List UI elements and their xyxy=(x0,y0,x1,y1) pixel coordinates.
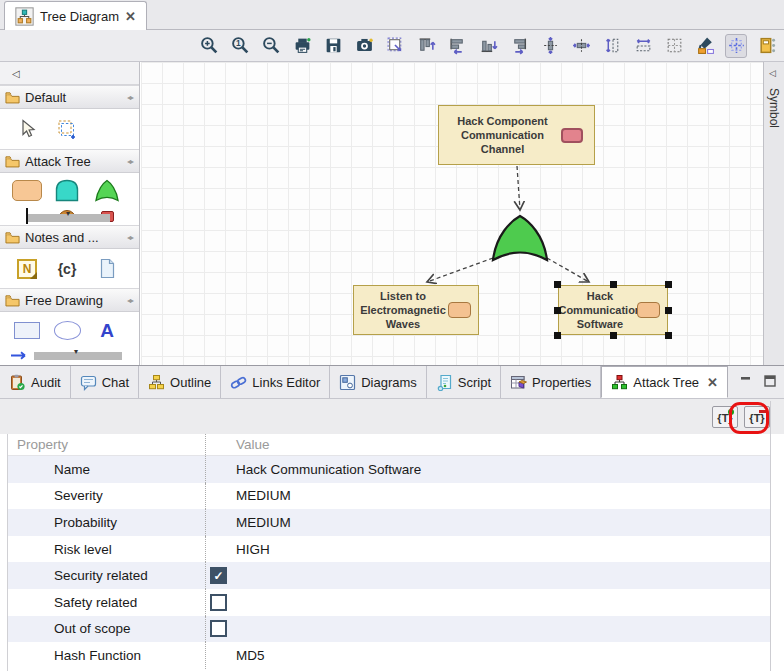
edge-gate-left[interactable] xyxy=(427,258,493,282)
document-icon xyxy=(98,258,116,279)
palette-section-free-drawing[interactable]: Free Drawing ◂▸ xyxy=(0,288,139,312)
layout-grid-button[interactable] xyxy=(663,34,685,58)
edge-gate-right[interactable] xyxy=(547,258,589,282)
align-bottom-icon xyxy=(479,36,498,55)
distribute-vertical-button[interactable] xyxy=(539,34,561,58)
selection-handle[interactable] xyxy=(665,307,672,314)
palette-scrollbar[interactable] xyxy=(34,352,122,360)
zoom-in-button[interactable] xyxy=(198,34,220,58)
property-cell: Risk level xyxy=(8,536,206,563)
tab-outline[interactable]: Outline xyxy=(139,366,221,398)
distribute-horizontal-button[interactable] xyxy=(570,34,592,58)
palette-collapse-button[interactable]: ◁ xyxy=(12,68,20,79)
tab-properties[interactable]: Properties xyxy=(501,366,601,398)
symbol-collapse-icon[interactable]: ◁ xyxy=(769,68,776,78)
tab-attack-tree[interactable]: Attack Tree ✕ xyxy=(601,366,728,398)
table-row[interactable]: Safety related xyxy=(8,589,770,616)
snap-to-grid-button[interactable] xyxy=(725,34,747,58)
attack-node-tool[interactable] xyxy=(12,180,42,201)
table-row[interactable]: Hash Function MD5 xyxy=(8,642,770,669)
table-row[interactable]: Severity MEDIUM xyxy=(8,483,770,510)
table-row[interactable]: Risk level HIGH xyxy=(8,536,770,563)
match-width-button[interactable] xyxy=(632,34,654,58)
edge-root-gate[interactable] xyxy=(517,166,520,210)
align-top-button[interactable] xyxy=(415,34,437,58)
diagram-canvas[interactable]: Hack Component Communication Channel Lis… xyxy=(141,62,763,365)
add-custom-tag-button[interactable]: {T} xyxy=(712,406,738,428)
note-tool[interactable]: N xyxy=(12,259,42,279)
safety-related-checkbox[interactable] xyxy=(210,594,227,611)
security-related-checkbox[interactable] xyxy=(210,567,227,584)
document-tool[interactable] xyxy=(92,258,122,279)
tab-diagrams[interactable]: Diagrams xyxy=(330,366,427,398)
tab-links-editor[interactable]: Links Editor xyxy=(221,366,330,398)
selection-handle[interactable] xyxy=(610,332,617,339)
palette-section-default[interactable]: Default ◂▸ xyxy=(0,85,139,109)
align-bottom-button[interactable] xyxy=(477,34,499,58)
ellipse-tool[interactable] xyxy=(52,321,82,340)
ellipse-icon xyxy=(54,321,81,340)
text-tool-icon: A xyxy=(100,321,114,340)
print-button[interactable] xyxy=(291,34,313,58)
table-row[interactable]: Name Hack Communication Software xyxy=(8,456,770,483)
node-hack-communication-software[interactable]: Hack Communication Software xyxy=(558,285,668,335)
tab-script[interactable]: Script xyxy=(427,366,501,398)
pin-icon[interactable]: ◂▸ xyxy=(127,296,133,305)
value-cell[interactable]: Hack Communication Software xyxy=(206,462,770,477)
tab-audit[interactable]: Audit xyxy=(0,366,71,398)
remove-custom-tag-button[interactable]: {T} xyxy=(744,406,770,428)
fit-selection-button[interactable] xyxy=(384,34,406,58)
connection-tool-icon[interactable] xyxy=(10,351,30,360)
node-hack-component-communication-channel[interactable]: Hack Component Communication Channel xyxy=(438,105,595,165)
tab-tree-diagram[interactable]: Tree Diagram ✕ xyxy=(4,1,147,30)
select-tool[interactable] xyxy=(12,119,42,140)
value-cell[interactable]: MEDIUM xyxy=(206,515,770,530)
table-header-row: Property Value xyxy=(8,434,770,456)
selection-handle[interactable] xyxy=(554,332,561,339)
out-of-scope-checkbox[interactable] xyxy=(210,620,227,637)
value-cell[interactable]: MEDIUM xyxy=(206,488,770,503)
selection-handle[interactable] xyxy=(554,307,561,314)
header-property[interactable]: Property xyxy=(8,434,206,455)
text-tool[interactable]: A xyxy=(92,321,122,340)
constraint-tool[interactable]: {c} xyxy=(52,261,82,277)
palette-section-attack-tree[interactable]: Attack Tree ◂▸ xyxy=(0,149,139,173)
selection-handle[interactable] xyxy=(610,281,617,288)
pin-icon[interactable]: ◂▸ xyxy=(127,93,133,102)
selection-handle[interactable] xyxy=(554,281,561,288)
marquee-tool[interactable] xyxy=(52,118,82,140)
minimize-button[interactable] xyxy=(738,373,754,389)
palette-drawer-handle[interactable] xyxy=(28,214,110,222)
symbol-panel-collapsed[interactable]: ◁ Symbol xyxy=(763,62,784,365)
tab-chat[interactable]: Chat xyxy=(71,366,139,398)
selection-handle[interactable] xyxy=(665,281,672,288)
header-value[interactable]: Value xyxy=(206,437,770,452)
format-painter-button[interactable] xyxy=(694,34,716,58)
value-cell[interactable]: MD5 xyxy=(206,648,770,663)
align-right-button[interactable] xyxy=(508,34,530,58)
zoom-out-button[interactable] xyxy=(260,34,282,58)
zoom-original-button[interactable]: 1 xyxy=(229,34,251,58)
folder-icon xyxy=(5,155,20,168)
maximize-button[interactable] xyxy=(762,373,778,389)
node-listen-to-electromagnetic-waves[interactable]: Listen to Electromagnetic Waves xyxy=(353,285,479,335)
selection-handle[interactable] xyxy=(665,332,672,339)
or-gate-shape[interactable] xyxy=(489,213,551,264)
value-cell[interactable]: HIGH xyxy=(206,542,770,557)
tab-close-icon[interactable]: ✕ xyxy=(707,376,718,389)
align-left-button[interactable] xyxy=(446,34,468,58)
pin-icon[interactable]: ◂▸ xyxy=(127,233,133,242)
palette-section-notes[interactable]: Notes and ... ◂▸ xyxy=(0,225,139,249)
table-row[interactable]: Probability MEDIUM xyxy=(8,509,770,536)
rectangle-tool[interactable] xyxy=(12,322,42,339)
editor-tab-close-icon[interactable]: ✕ xyxy=(125,10,136,23)
screenshot-button[interactable] xyxy=(353,34,375,58)
symbol-fill-button[interactable] xyxy=(756,34,778,58)
pin-icon[interactable]: ◂▸ xyxy=(127,157,133,166)
and-gate-tool[interactable] xyxy=(52,179,82,202)
match-height-button[interactable] xyxy=(601,34,623,58)
save-button[interactable] xyxy=(322,34,344,58)
table-row[interactable]: Out of scope xyxy=(8,616,770,643)
or-gate-tool[interactable] xyxy=(92,179,122,202)
table-row[interactable]: Security related xyxy=(8,562,770,589)
